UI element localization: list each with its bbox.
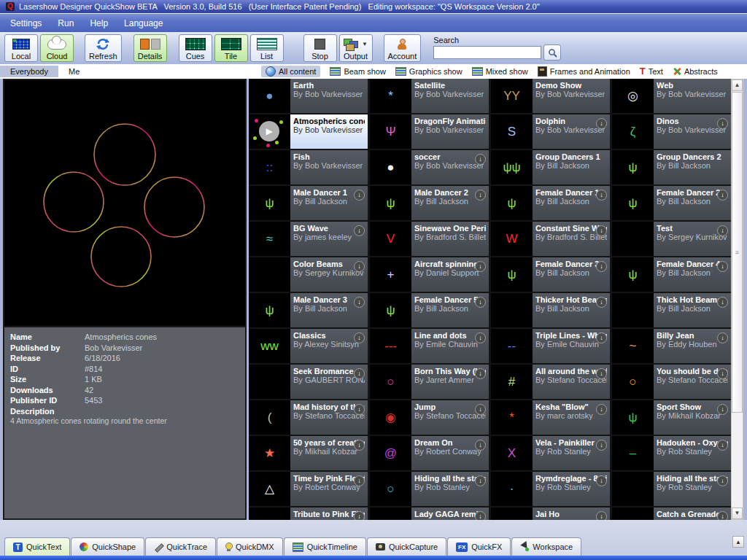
grid-item[interactable]: -- Triple Lines - White By Emile Chauvin…	[491, 329, 610, 363]
search-button[interactable]	[543, 44, 561, 61]
grid-item[interactable]: Thicker Hot Beams By Bill Jackson ↓	[491, 293, 610, 327]
details-button[interactable]: Details	[133, 34, 167, 62]
download-cloud-icon[interactable]: ↓	[596, 118, 607, 129]
grid-item[interactable]: ψ Female Dancer 5 By Bill Jackson ↓	[370, 293, 489, 327]
download-cloud-icon[interactable]: ↓	[475, 190, 486, 201]
grid-item[interactable]: ★ 50 years of creative... By Mikhail Kob…	[249, 436, 368, 470]
download-cloud-icon[interactable]: ↓	[354, 404, 365, 415]
download-cloud-icon[interactable]: ↓	[354, 368, 365, 379]
download-cloud-icon[interactable]: ↓	[717, 332, 728, 343]
grid-item[interactable]: Jai Ho ↓	[491, 508, 610, 520]
tab-quicktimeline[interactable]: QuickTimeline	[284, 537, 366, 556]
tab-quickshape[interactable]: QuickShape	[71, 537, 144, 556]
refresh-button[interactable]: Refresh	[85, 34, 122, 62]
download-cloud-icon[interactable]: ↓	[596, 261, 607, 272]
download-cloud-icon[interactable]: ↓	[354, 511, 365, 520]
play-icon[interactable]: ▶	[259, 121, 279, 141]
download-cloud-icon[interactable]: ↓	[596, 475, 607, 486]
panel-scroll-up-button[interactable]: ▲	[732, 536, 744, 548]
download-cloud-icon[interactable]: ↓	[596, 190, 607, 201]
category-mixed-show[interactable]: Mixed show	[472, 67, 528, 76]
category-frames-animation[interactable]: Frames and Animation	[538, 66, 630, 77]
grid-item[interactable]: YY Demo Show By Bob Varkevisser	[491, 79, 610, 113]
grid-item[interactable]: # All around the world... By Stefano Toc…	[491, 365, 610, 399]
grid-item[interactable]: ψ Male Dancer 1 By Bill Jackson ↓	[249, 186, 368, 220]
grid-item[interactable]: Tribute to Pink Floyd ↓	[249, 508, 368, 520]
download-cloud-icon[interactable]: ↓	[717, 297, 728, 308]
download-cloud-icon[interactable]: ↓	[475, 440, 486, 451]
grid-item[interactable]: ψ Male Dancer 2 By Bill Jackson ↓	[370, 186, 489, 220]
menu-run[interactable]: Run	[58, 18, 74, 28]
scope-everybody[interactable]: Everybody	[0, 66, 58, 77]
grid-item[interactable]: ψψ Group Dancers 1 By Bill Jackson	[491, 150, 610, 184]
stop-button[interactable]: Stop	[303, 34, 337, 62]
download-cloud-icon[interactable]: ↓	[596, 440, 607, 451]
grid-item[interactable]: W Constant Sine Wave By Bradford S. Bill…	[491, 222, 610, 256]
download-cloud-icon[interactable]: ↓	[475, 368, 486, 379]
category-all-content[interactable]: All content	[261, 66, 320, 77]
category-beam-show[interactable]: Beam show	[330, 67, 385, 76]
grid-item[interactable]: ◉ Jump By Stefano Toccaceli ↓	[370, 400, 489, 435]
download-cloud-icon[interactable]: ↓	[717, 261, 728, 272]
download-cloud-icon[interactable]: ↓	[475, 332, 486, 343]
download-cloud-icon[interactable]: ↓	[717, 368, 728, 379]
download-cloud-icon[interactable]: ↓	[354, 190, 365, 201]
download-cloud-icon[interactable]: ↓	[475, 261, 486, 272]
download-cloud-icon[interactable]: ↓	[596, 511, 607, 520]
grid-scrollbar[interactable]: ▲ ≡ ▼	[731, 79, 743, 520]
menu-language[interactable]: Language	[124, 18, 163, 28]
category-abstracts[interactable]: Abstracts	[673, 67, 718, 76]
output-dropdown-icon[interactable]: ▼	[362, 41, 368, 47]
grid-item[interactable]: ● soccer By Bob Varkevisser ↓	[370, 150, 489, 184]
download-cloud-icon[interactable]: ↓	[354, 440, 365, 451]
menu-help[interactable]: Help	[90, 18, 108, 28]
grid-item[interactable]: ψ Female Dancer 2 By Bill Jackson ↓	[612, 186, 731, 220]
download-cloud-icon[interactable]: ↓	[717, 118, 728, 129]
grid-item[interactable]: ○ Hiding all the stars By Rob Stanley ↓	[370, 472, 489, 506]
grid-item[interactable]: ○ Born This Way (Lad... By Jarret Ammer …	[370, 365, 489, 399]
grid-item[interactable]: ζ Dinos By Bob Varkevisser ↓	[612, 114, 731, 149]
grid-item[interactable]: ▶ Atmospherics cones By Bob Varkevisser	[249, 114, 368, 149]
account-button[interactable]: Account	[384, 34, 422, 62]
tab-workspace[interactable]: Workspace	[511, 537, 581, 556]
download-cloud-icon[interactable]: ↓	[596, 297, 607, 308]
grid-item[interactable]: ~ Billy Jean By Eddy Houben ↓	[612, 329, 731, 363]
download-cloud-icon[interactable]: ↓	[354, 261, 365, 272]
grid-item[interactable]: ◎ Web By Bob Varkevisser	[612, 79, 731, 113]
grid-item[interactable]: · Rymdreglage - 8 bit... By Rob Stanley …	[491, 472, 610, 506]
download-cloud-icon[interactable]: ↓	[717, 440, 728, 451]
scrollbar-up-icon[interactable]: ▲	[732, 79, 743, 91]
grid-item[interactable]: ψ Female Dancer 1 By Bill Jackson ↓	[491, 186, 610, 220]
grid-item[interactable]: Ψ DragonFly Animation By Bob Varkevisser	[370, 114, 489, 149]
grid-item[interactable]: :: Fish By Bob Varkevisser	[249, 150, 368, 184]
grid-item[interactable]: ≈ BG Wave By james keeley ↓	[249, 222, 368, 256]
grid-item[interactable]: ψ Female Dancer 3 By Bill Jackson ↓	[491, 257, 610, 292]
grid-item[interactable]: ○ You should be danci... By Stefano Tocc…	[612, 365, 731, 399]
grid-item[interactable]: X Vela - Painkiller By Rob Stanley ↓	[491, 436, 610, 470]
download-cloud-icon[interactable]: ↓	[475, 404, 486, 415]
download-cloud-icon[interactable]: ↓	[596, 332, 607, 343]
grid-item[interactable]: * Kesha "Blow" By marc arotsky ↓	[491, 400, 610, 435]
grid-item[interactable]: V Sinewave One Period By Bradford S. Bil…	[370, 222, 489, 256]
download-cloud-icon[interactable]: ↓	[475, 297, 486, 308]
grid-item[interactable]: ψ Group Dancers 2 By Bill Jackson	[612, 150, 731, 184]
download-cloud-icon[interactable]: ↓	[475, 154, 486, 165]
list-button[interactable]: List	[250, 34, 284, 62]
scrollbar-thumb[interactable]: ≡	[732, 92, 743, 413]
category-text[interactable]: T Text	[640, 67, 663, 76]
tab-quickfx[interactable]: FX QuickFX	[447, 537, 511, 556]
grid-item[interactable]: Seek Bromance By GAUBERT RONAN ↓	[249, 365, 368, 399]
scrollbar-down-icon[interactable]: ▼	[732, 508, 743, 519]
cloud-button[interactable]: Cloud	[40, 34, 74, 62]
download-cloud-icon[interactable]: ↓	[717, 225, 728, 236]
local-button[interactable]: Local	[4, 34, 38, 62]
download-cloud-icon[interactable]: ↓	[717, 190, 728, 201]
grid-item[interactable]: ( Mad history of the w... By Stefano Toc…	[249, 400, 368, 435]
tab-quickcapture[interactable]: QuickCapture	[367, 537, 446, 556]
grid-item[interactable]: – Hadouken - Oxygen... By Rob Stanley ↓	[612, 436, 731, 470]
download-cloud-icon[interactable]: ↓	[717, 511, 728, 520]
grid-item[interactable]: Hiding all the stars By Rob Stanley ↓	[612, 472, 731, 506]
download-cloud-icon[interactable]: ↓	[354, 475, 365, 486]
download-cloud-icon[interactable]: ↓	[596, 404, 607, 415]
grid-item[interactable]: ● Earth By Bob Varkevisser	[249, 79, 368, 113]
